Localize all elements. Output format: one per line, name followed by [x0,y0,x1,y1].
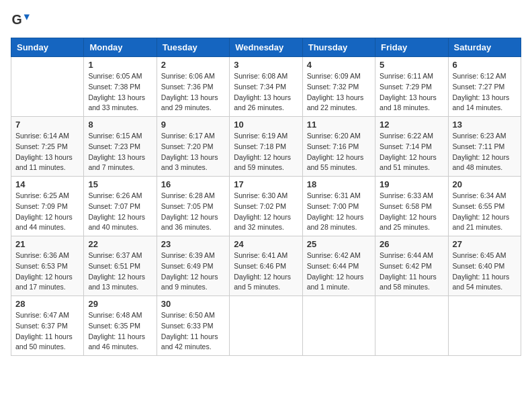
day-info: Sunrise: 6:06 AMSunset: 7:36 PMDaylight:… [161,71,225,113]
calendar-cell [230,296,302,356]
calendar-cell: 9Sunrise: 6:17 AMSunset: 7:20 PMDaylight… [157,117,229,177]
day-info: Sunrise: 6:08 AMSunset: 7:34 PMDaylight:… [234,71,298,113]
calendar-cell: 29Sunrise: 6:48 AMSunset: 6:35 PMDayligh… [84,296,157,356]
calendar-cell: 25Sunrise: 6:42 AMSunset: 6:44 PMDayligh… [302,236,375,296]
day-info: Sunrise: 6:05 AMSunset: 7:38 PMDaylight:… [88,71,152,113]
calendar-cell: 24Sunrise: 6:41 AMSunset: 6:46 PMDayligh… [230,236,302,296]
day-number: 1 [88,60,152,70]
calendar-header-saturday: Saturday [448,38,521,57]
calendar-cell: 16Sunrise: 6:28 AMSunset: 7:05 PMDayligh… [157,177,229,236]
calendar-cell [448,296,521,356]
day-info: Sunrise: 6:47 AMSunset: 6:37 PMDaylight:… [15,310,79,353]
calendar-cell: 30Sunrise: 6:50 AMSunset: 6:33 PMDayligh… [157,296,229,356]
day-info: Sunrise: 6:36 AMSunset: 6:53 PMDaylight:… [15,250,79,293]
calendar-week-row: 21Sunrise: 6:36 AMSunset: 6:53 PMDayligh… [11,236,521,296]
calendar-cell: 18Sunrise: 6:31 AMSunset: 7:00 PMDayligh… [302,177,375,236]
day-number: 6 [453,60,517,70]
calendar-cell: 1Sunrise: 6:05 AMSunset: 7:38 PMDaylight… [84,57,157,117]
day-info: Sunrise: 6:23 AMSunset: 7:11 PMDaylight:… [453,131,517,173]
day-number: 14 [15,179,79,189]
day-info: Sunrise: 6:12 AMSunset: 7:27 PMDaylight:… [453,71,517,113]
calendar-header-tuesday: Tuesday [157,38,229,57]
day-info: Sunrise: 6:37 AMSunset: 6:51 PMDaylight:… [88,250,152,293]
day-number: 19 [380,179,443,189]
day-number: 27 [453,239,517,249]
calendar-week-row: 28Sunrise: 6:47 AMSunset: 6:37 PMDayligh… [11,296,521,356]
day-number: 10 [234,120,298,130]
calendar-cell: 12Sunrise: 6:22 AMSunset: 7:14 PMDayligh… [375,117,448,177]
calendar-cell: 3Sunrise: 6:08 AMSunset: 7:34 PMDaylight… [230,57,302,117]
calendar-week-row: 14Sunrise: 6:25 AMSunset: 7:09 PMDayligh… [11,177,521,236]
day-info: Sunrise: 6:44 AMSunset: 6:42 PMDaylight:… [380,250,443,293]
calendar-cell: 17Sunrise: 6:30 AMSunset: 7:02 PMDayligh… [230,177,302,236]
calendar-header-wednesday: Wednesday [230,38,302,57]
day-info: Sunrise: 6:26 AMSunset: 7:07 PMDaylight:… [88,191,152,233]
calendar-cell: 21Sunrise: 6:36 AMSunset: 6:53 PMDayligh… [11,236,84,296]
day-number: 20 [453,179,517,189]
day-info: Sunrise: 6:25 AMSunset: 7:09 PMDaylight:… [15,191,79,233]
calendar-header-sunday: Sunday [11,38,84,57]
day-number: 4 [307,60,371,70]
svg-text:G: G [11,12,21,27]
day-info: Sunrise: 6:09 AMSunset: 7:32 PMDaylight:… [307,71,371,113]
day-number: 16 [161,179,225,189]
day-number: 22 [88,239,152,249]
calendar-cell: 19Sunrise: 6:33 AMSunset: 6:58 PMDayligh… [375,177,448,236]
day-info: Sunrise: 6:17 AMSunset: 7:20 PMDaylight:… [161,131,225,173]
day-number: 21 [15,239,79,249]
day-number: 2 [161,60,225,70]
logo-icon: G [11,11,30,30]
calendar-week-row: 7Sunrise: 6:14 AMSunset: 7:25 PMDaylight… [11,117,521,177]
day-number: 30 [161,299,225,309]
calendar-header-monday: Monday [84,38,157,57]
calendar-cell: 13Sunrise: 6:23 AMSunset: 7:11 PMDayligh… [448,117,521,177]
day-number: 25 [307,239,371,249]
day-number: 7 [15,120,79,130]
calendar-cell: 28Sunrise: 6:47 AMSunset: 6:37 PMDayligh… [11,296,84,356]
day-info: Sunrise: 6:15 AMSunset: 7:23 PMDaylight:… [88,131,152,173]
day-info: Sunrise: 6:11 AMSunset: 7:29 PMDaylight:… [380,71,443,113]
day-number: 11 [307,120,371,130]
day-info: Sunrise: 6:33 AMSunset: 6:58 PMDaylight:… [380,191,443,233]
day-info: Sunrise: 6:48 AMSunset: 6:35 PMDaylight:… [88,310,152,353]
day-info: Sunrise: 6:20 AMSunset: 7:16 PMDaylight:… [307,131,371,173]
calendar-cell: 10Sunrise: 6:19 AMSunset: 7:18 PMDayligh… [230,117,302,177]
day-number: 28 [15,299,79,309]
calendar-cell: 27Sunrise: 6:45 AMSunset: 6:40 PMDayligh… [448,236,521,296]
calendar-cell [375,296,448,356]
day-number: 26 [380,239,443,249]
day-info: Sunrise: 6:50 AMSunset: 6:33 PMDaylight:… [161,310,225,353]
day-number: 12 [380,120,443,130]
calendar-header-friday: Friday [375,38,448,57]
calendar-cell [302,296,375,356]
day-info: Sunrise: 6:22 AMSunset: 7:14 PMDaylight:… [380,131,443,173]
calendar-table: SundayMondayTuesdayWednesdayThursdayFrid… [11,38,521,356]
calendar-cell: 5Sunrise: 6:11 AMSunset: 7:29 PMDaylight… [375,57,448,117]
day-number: 8 [88,120,152,130]
calendar-cell: 23Sunrise: 6:39 AMSunset: 6:49 PMDayligh… [157,236,229,296]
day-info: Sunrise: 6:41 AMSunset: 6:46 PMDaylight:… [234,250,298,293]
calendar-cell: 14Sunrise: 6:25 AMSunset: 7:09 PMDayligh… [11,177,84,236]
day-number: 15 [88,179,152,189]
calendar-cell: 2Sunrise: 6:06 AMSunset: 7:36 PMDaylight… [157,57,229,117]
day-number: 5 [380,60,443,70]
day-number: 13 [453,120,517,130]
calendar-cell: 15Sunrise: 6:26 AMSunset: 7:07 PMDayligh… [84,177,157,236]
day-info: Sunrise: 6:34 AMSunset: 6:55 PMDaylight:… [453,191,517,233]
day-info: Sunrise: 6:30 AMSunset: 7:02 PMDaylight:… [234,191,298,233]
day-number: 23 [161,239,225,249]
day-number: 9 [161,120,225,130]
calendar-cell [11,57,84,117]
calendar-cell: 8Sunrise: 6:15 AMSunset: 7:23 PMDaylight… [84,117,157,177]
calendar-cell: 26Sunrise: 6:44 AMSunset: 6:42 PMDayligh… [375,236,448,296]
day-info: Sunrise: 6:31 AMSunset: 7:00 PMDaylight:… [307,191,371,233]
day-number: 29 [88,299,152,309]
day-info: Sunrise: 6:19 AMSunset: 7:18 PMDaylight:… [234,131,298,173]
day-number: 18 [307,179,371,189]
day-info: Sunrise: 6:39 AMSunset: 6:49 PMDaylight:… [161,250,225,293]
svg-marker-1 [24,15,30,20]
day-info: Sunrise: 6:42 AMSunset: 6:44 PMDaylight:… [307,250,371,293]
day-info: Sunrise: 6:14 AMSunset: 7:25 PMDaylight:… [15,131,79,173]
day-number: 24 [234,239,298,249]
calendar-cell: 4Sunrise: 6:09 AMSunset: 7:32 PMDaylight… [302,57,375,117]
